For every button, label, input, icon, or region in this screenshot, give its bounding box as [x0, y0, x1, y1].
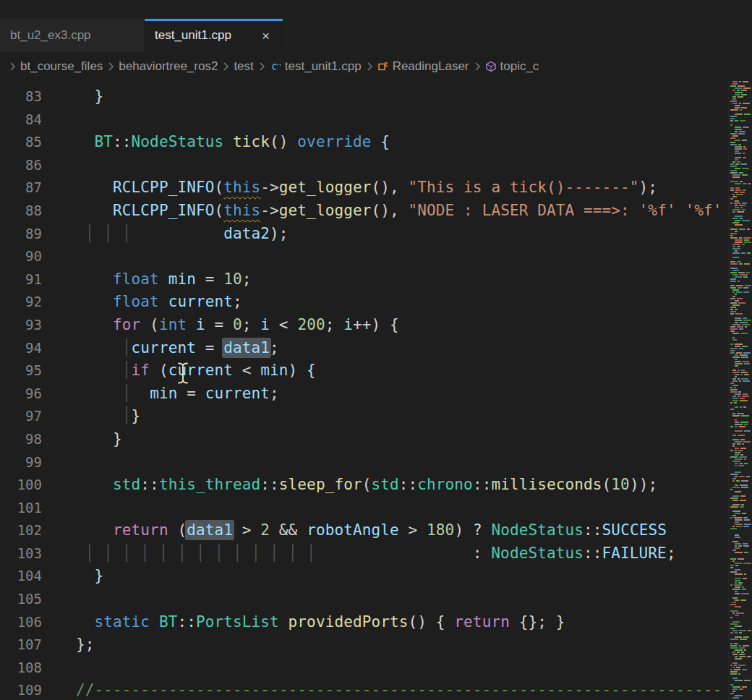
code-editor[interactable]: 83 }8485 BT::NodeStatus tick() override …	[0, 81, 752, 700]
code-text: };	[76, 633, 95, 657]
line-number[interactable]: 87	[0, 176, 42, 200]
code-text: }	[76, 565, 103, 588]
code-line[interactable]: 100 std::this_thread::sleep_for(std::chr…	[0, 474, 752, 497]
fold-gutter	[42, 245, 76, 268]
code-text: for (int i = 0; i < 200; i++) {	[76, 314, 399, 337]
fold-gutter	[42, 85, 76, 108]
line-number[interactable]: 89	[0, 223, 42, 246]
code-line[interactable]: 106 static BT::PortsList providedPorts()…	[0, 611, 752, 634]
line-number[interactable]: 88	[0, 200, 42, 223]
code-line[interactable]: 89 │ │ │ data2);	[0, 223, 752, 246]
code-text: }	[76, 85, 103, 108]
line-number[interactable]: 91	[0, 268, 42, 291]
line-number[interactable]: 96	[0, 383, 42, 406]
line-number[interactable]: 90	[0, 245, 42, 268]
code-text: //--------------------------------------…	[76, 679, 722, 700]
line-number[interactable]: 93	[0, 314, 42, 337]
fold-gutter	[42, 405, 76, 428]
minimap[interactable]	[728, 81, 752, 700]
line-number[interactable]: 98	[0, 428, 42, 451]
fold-gutter	[42, 291, 76, 314]
line-number[interactable]: 92	[0, 291, 42, 314]
breadcrumb-item-test[interactable]: test	[234, 59, 253, 74]
fold-gutter	[42, 154, 76, 177]
code-line[interactable]: 97 │}	[0, 405, 752, 428]
code-line[interactable]: 101	[0, 497, 752, 520]
breadcrumb-item-topic-callback[interactable]: topic_c	[485, 59, 539, 74]
code-line[interactable]: 102 return (data1 > 2 && robotAngle > 18…	[0, 519, 752, 542]
code-line[interactable]: 109//-----------------------------------…	[0, 679, 752, 700]
tab-label: test_unit1.cpp	[155, 28, 231, 43]
line-number[interactable]: 104	[0, 565, 42, 588]
chevron-right-icon	[258, 61, 265, 72]
code-text: │ min = current;	[76, 383, 279, 406]
close-icon[interactable]: ×	[259, 27, 273, 44]
line-number[interactable]: 101	[0, 497, 42, 520]
breadcrumb-item-test-unit1-cpp[interactable]: C ++ test_unit1.cpp	[270, 59, 362, 74]
code-line[interactable]: 96 │ min = current;	[0, 383, 752, 406]
line-number[interactable]: 99	[0, 451, 42, 474]
code-line[interactable]: 83 }	[0, 85, 752, 108]
code-line[interactable]: 86	[0, 154, 752, 177]
line-number[interactable]: 107	[0, 633, 42, 657]
code-line[interactable]: 104 }	[0, 565, 752, 588]
line-number[interactable]: 86	[0, 154, 42, 177]
code-text: std::this_thread::sleep_for(std::chrono:…	[76, 474, 657, 497]
line-number[interactable]: 109	[0, 679, 42, 700]
code-text: float min = 10;	[76, 268, 252, 291]
code-text: │}	[76, 405, 140, 428]
code-line[interactable]: 84	[0, 108, 752, 132]
fold-gutter	[42, 268, 76, 291]
code-line[interactable]: 98 }	[0, 428, 752, 451]
fold-gutter	[42, 519, 76, 542]
fold-gutter	[42, 542, 76, 565]
line-number[interactable]: 83	[0, 85, 42, 108]
breadcrumb-item-behaviortree-ros2[interactable]: behaviortree_ros2	[119, 59, 218, 74]
code-line[interactable]: 91 float min = 10;	[0, 268, 752, 291]
code-line[interactable]: 105	[0, 588, 752, 611]
tab-bt-u2-ex3[interactable]: bt_u2_ex3.cpp	[0, 19, 145, 52]
code-line[interactable]: 107};	[0, 633, 752, 657]
code-line[interactable]: 92 float current;	[0, 291, 752, 314]
code-line[interactable]: 99	[0, 451, 752, 474]
editor-tab-bar: bt_u2_ex3.cpp test_unit1.cpp ×	[0, 19, 752, 52]
breadcrumb-item-readinglaser[interactable]: ReadingLaser	[377, 59, 469, 74]
line-number[interactable]: 97	[0, 405, 42, 428]
code-line[interactable]: 103 │ │ │ │ │ │ │ │ │ │ │ │ │ : NodeStat…	[0, 542, 752, 565]
code-line[interactable]: 94 │current = data1;	[0, 337, 752, 360]
svg-text:++: ++	[275, 62, 281, 68]
line-number[interactable]: 102	[0, 519, 42, 542]
line-number[interactable]: 100	[0, 474, 42, 497]
line-number[interactable]: 106	[0, 611, 42, 634]
fold-gutter	[42, 565, 76, 588]
line-number[interactable]: 105	[0, 588, 42, 611]
code-text: return (data1 > 2 && robotAngle > 180) ?…	[76, 519, 667, 542]
fold-gutter	[42, 337, 76, 360]
breadcrumb-item-bt-course-files[interactable]: bt_course_files	[20, 59, 103, 74]
code-line[interactable]: 87 RCLCPP_INFO(this->get_logger(), "This…	[0, 176, 752, 200]
line-number[interactable]: 103	[0, 542, 42, 565]
code-lines: 83 }8485 BT::NodeStatus tick() override …	[0, 85, 752, 700]
fold-gutter	[42, 223, 76, 246]
window-titlebar	[0, 0, 752, 19]
code-line[interactable]: 95 │if (current < min) {	[0, 359, 752, 383]
code-line[interactable]: 108	[0, 657, 752, 680]
fold-gutter	[42, 108, 76, 132]
fold-gutter	[42, 679, 76, 700]
line-number[interactable]: 85	[0, 131, 42, 154]
line-number[interactable]: 108	[0, 657, 42, 680]
tab-test-unit1[interactable]: test_unit1.cpp ×	[145, 19, 283, 52]
code-text: }	[76, 428, 122, 451]
code-line[interactable]: 88 RCLCPP_INFO(this->get_logger(), "NODE…	[0, 200, 752, 223]
line-number[interactable]: 95	[0, 359, 42, 383]
code-line[interactable]: 85 BT::NodeStatus tick() override {	[0, 131, 752, 154]
line-number[interactable]: 94	[0, 337, 42, 360]
fold-gutter	[42, 633, 76, 657]
code-line[interactable]: 90	[0, 245, 752, 268]
fold-gutter	[42, 657, 76, 680]
chevron-right-icon	[474, 61, 481, 72]
code-text: static BT::PortsList providedPorts() { r…	[76, 611, 565, 634]
code-line[interactable]: 93 for (int i = 0; i < 200; i++) {	[0, 314, 752, 337]
line-number[interactable]: 84	[0, 108, 42, 132]
fold-gutter	[42, 176, 76, 200]
